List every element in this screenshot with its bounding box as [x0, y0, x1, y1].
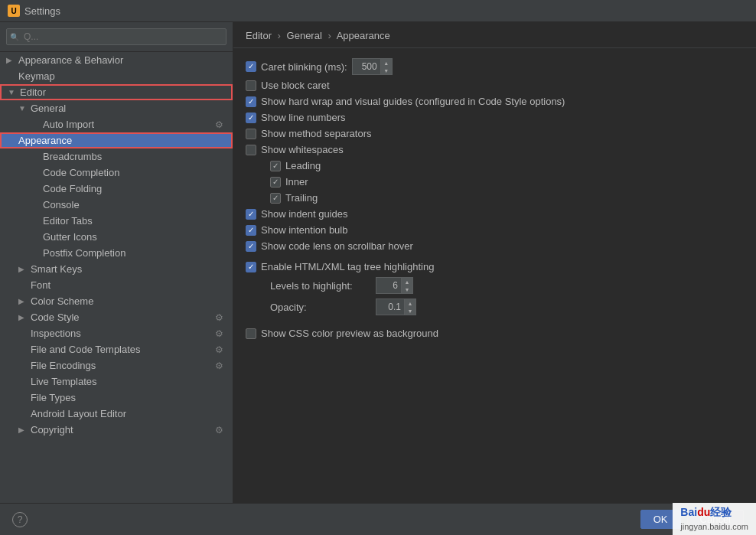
checkbox-show-method-separators[interactable] — [246, 129, 256, 139]
sidebar-item-smart-keys[interactable]: Smart Keys — [0, 261, 233, 277]
arrow-icon — [18, 426, 31, 434]
right-panel: Editor › General › Appearance Caret blin… — [233, 22, 756, 503]
sidebar-item-label: Breadcrumbs — [43, 151, 102, 162]
sidebar-item-label: File and Code Templates — [31, 344, 141, 355]
sidebar-item-label: Appearance & Behavior — [18, 54, 123, 66]
arrow-down-opacity[interactable]: ▼ — [405, 307, 415, 315]
ok-button[interactable]: OK — [640, 510, 681, 529]
spinner-caret-blinking[interactable]: ▲ ▼ — [352, 58, 393, 75]
checkbox-show-intention-bulb[interactable] — [246, 225, 256, 236]
spinner-arrows-opacity: ▲ ▼ — [404, 299, 415, 315]
breadcrumb-editor: Editor — [246, 30, 272, 41]
sidebar-item-color-scheme[interactable]: Color Scheme — [0, 293, 233, 309]
panel-breadcrumb: Editor › General › Appearance — [233, 22, 756, 48]
option-show-whitespaces: Show whitespaces — [246, 142, 744, 158]
option-enable-html-xml: Enable HTML/XML tag tree highlighting — [246, 259, 744, 275]
option-levels-to-highlight: Levels to highlight: ▲ ▼ — [246, 275, 744, 296]
sidebar-item-editor[interactable]: Editor — [0, 84, 233, 100]
sidebar-item-editor-tabs[interactable]: Editor Tabs — [0, 213, 233, 229]
spinner-opacity[interactable]: ▲ ▼ — [376, 298, 416, 315]
sidebar-item-code-completion[interactable]: Code Completion — [0, 165, 233, 181]
checkbox-show-code-lens[interactable] — [246, 241, 256, 252]
label-show-code-lens: Show code lens on scrollbar hover — [261, 240, 413, 252]
bottom-bar: ? OK Cancel — [0, 503, 756, 535]
spinner-levels[interactable]: ▲ ▼ — [376, 277, 413, 294]
label-trailing: Trailing — [285, 192, 318, 204]
breadcrumb-general: General — [287, 30, 322, 41]
sidebar-item-console[interactable]: Console — [0, 197, 233, 213]
sidebar-item-copyright[interactable]: Copyright — [0, 422, 233, 438]
sidebar-item-file-code-templates[interactable]: File and Code Templates — [0, 341, 233, 357]
option-opacity: Opacity: ▲ ▼ — [246, 296, 744, 318]
checkbox-show-css-color[interactable] — [246, 328, 256, 339]
sidebar-item-label: Code Completion — [43, 167, 119, 178]
sidebar-item-font[interactable]: Font — [0, 277, 233, 293]
checkbox-inner[interactable] — [270, 177, 281, 188]
sidebar-item-label: File Types — [31, 392, 76, 403]
sidebar-item-label: Color Scheme — [31, 295, 93, 307]
sidebar-item-label: Postfix Completion — [43, 247, 125, 259]
sidebar-item-label: General — [31, 103, 66, 114]
checkbox-show-hard-wrap[interactable] — [246, 96, 256, 107]
sidebar-item-appearance-behavior[interactable]: Appearance & Behavior — [0, 52, 233, 68]
option-inner: Inner — [246, 174, 744, 190]
sidebar-item-label: Code Folding — [43, 183, 102, 194]
spinner-input-levels[interactable] — [376, 278, 401, 293]
checkbox-leading[interactable] — [270, 161, 281, 171]
label-show-line-numbers: Show line numbers — [261, 112, 346, 123]
sidebar-item-live-templates[interactable]: Live Templates — [0, 374, 233, 390]
label-show-method-separators: Show method separators — [261, 128, 372, 139]
help-button[interactable]: ? — [12, 512, 28, 527]
sidebar-item-keymap[interactable]: Keymap — [0, 68, 233, 84]
checkbox-trailing[interactable] — [270, 193, 281, 204]
title-bar: U Settings — [0, 0, 756, 22]
settings-window: U Settings Appearance & Behavior Keymap — [0, 0, 756, 535]
sidebar-item-label: Live Templates — [31, 376, 96, 387]
sidebar-item-label: Appearance — [18, 135, 72, 146]
option-show-code-lens: Show code lens on scrollbar hover — [246, 238, 744, 254]
main-content: Appearance & Behavior Keymap Editor Gene… — [0, 22, 756, 503]
spinner-input-opacity[interactable] — [376, 299, 404, 315]
label-use-block-caret: Use block caret — [261, 80, 330, 91]
arrow-down-levels[interactable]: ▼ — [402, 285, 412, 293]
checkbox-show-line-numbers[interactable] — [246, 113, 256, 123]
checkbox-show-indent-guides[interactable] — [246, 209, 256, 220]
sidebar-item-file-encodings[interactable]: File Encodings — [0, 357, 233, 374]
checkbox-enable-html-xml[interactable] — [246, 262, 256, 272]
sidebar-item-label: Smart Keys — [31, 263, 82, 275]
sidebar-item-appearance[interactable]: Appearance — [0, 132, 233, 148]
arrow-icon — [8, 88, 20, 96]
spinner-arrows: ▲ ▼ — [380, 59, 392, 74]
sidebar-item-label: Editor — [20, 86, 46, 98]
sidebar-item-general[interactable]: General — [0, 100, 233, 116]
label-show-hard-wrap: Show hard wrap and visual guides (config… — [261, 96, 565, 107]
sidebar-item-label: Console — [43, 199, 80, 210]
checkbox-caret-blinking[interactable] — [246, 61, 256, 72]
sidebar-item-code-folding[interactable]: Code Folding — [0, 181, 233, 197]
sidebar-item-code-style[interactable]: Code Style — [0, 309, 233, 325]
checkbox-show-whitespaces[interactable] — [246, 145, 256, 155]
sidebar-item-android-layout-editor[interactable]: Android Layout Editor — [0, 406, 233, 422]
checkbox-use-block-caret[interactable] — [246, 80, 256, 91]
label-leading: Leading — [285, 160, 321, 171]
arrow-up-opacity[interactable]: ▲ — [405, 299, 415, 307]
sidebar-item-file-types[interactable]: File Types — [0, 390, 233, 406]
sidebar-item-label: Auto Import — [43, 119, 94, 130]
sidebar-item-label: Android Layout Editor — [31, 408, 126, 419]
sidebar-item-breadcrumbs[interactable]: Breadcrumbs — [0, 148, 233, 165]
arrow-up-levels[interactable]: ▲ — [402, 278, 412, 285]
option-show-intention-bulb: Show intention bulb — [246, 222, 744, 238]
sidebar-item-auto-import[interactable]: Auto Import — [0, 116, 233, 132]
option-caret-blinking: Caret blinking (ms): ▲ ▼ — [246, 56, 744, 77]
sidebar-item-postfix-completion[interactable]: Postfix Completion — [0, 245, 233, 261]
spinner-input-caret-blinking[interactable] — [353, 59, 380, 74]
bottom-right: OK Cancel — [640, 510, 744, 529]
arrow-down[interactable]: ▼ — [381, 67, 392, 74]
sidebar-item-gutter-icons[interactable]: Gutter Icons — [0, 229, 233, 245]
cancel-button[interactable]: Cancel — [687, 510, 744, 529]
sidebar-item-inspections[interactable]: Inspections — [0, 325, 233, 341]
panel-body: Caret blinking (ms): ▲ ▼ Use block caret — [233, 48, 756, 503]
search-input[interactable] — [6, 28, 226, 45]
arrow-up[interactable]: ▲ — [381, 59, 392, 67]
option-use-block-caret: Use block caret — [246, 77, 744, 93]
